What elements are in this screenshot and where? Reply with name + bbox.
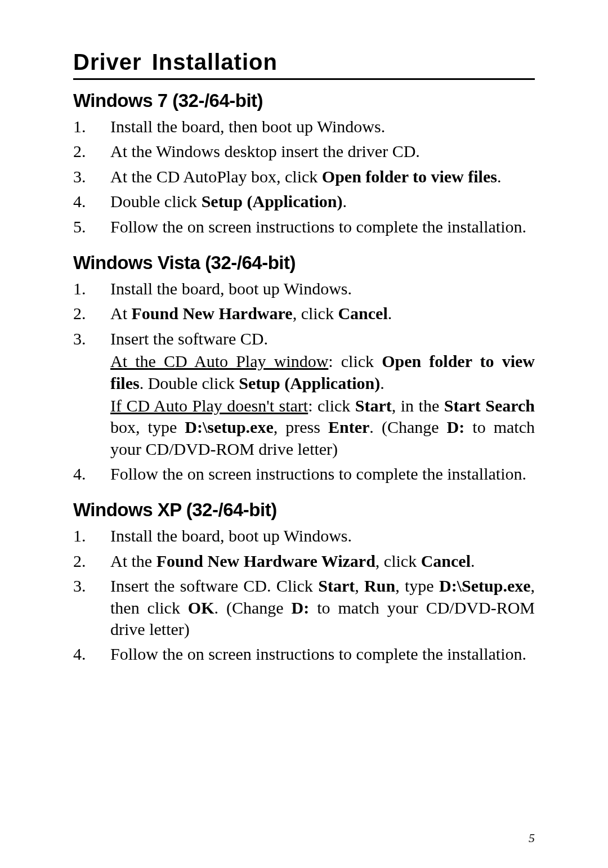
step-item: Double click Setup (Application). <box>73 191 535 212</box>
step-item: At Found New Hardware, click Cancel. <box>73 303 535 324</box>
document-page: Driver Installation Windows 7 (32-/64-bi… <box>0 0 608 868</box>
text-run: Start <box>355 396 392 415</box>
text-run: Follow the on screen instructions to com… <box>110 464 526 483</box>
text-run: D:\Setup.exe <box>439 576 530 595</box>
text-run: . <box>388 304 392 323</box>
text-run: , type <box>395 576 439 595</box>
text-run: At the <box>110 552 157 570</box>
text-run: D: <box>447 418 465 436</box>
text-run: Insert the software CD. <box>110 329 268 348</box>
text-run: Install the board, boot up Windows. <box>110 279 352 298</box>
text-run: D: <box>292 598 310 617</box>
step-list: Install the board, boot up Windows.At Fo… <box>73 278 535 485</box>
text-run: : click <box>308 396 355 415</box>
step-item: Follow the on screen instructions to com… <box>73 216 535 238</box>
text-run: . <box>380 374 385 392</box>
text-run: Open folder to view files <box>322 167 497 186</box>
text-run: At the CD Auto Play window <box>110 352 328 370</box>
text-run: If CD Auto Play doesn't start <box>110 396 308 415</box>
text-run: D:\setup.exe <box>185 418 273 436</box>
text-run: , click <box>375 552 421 570</box>
text-run: Start Search <box>444 396 535 415</box>
text-run: , press <box>274 418 328 436</box>
text-run: Enter <box>328 418 369 436</box>
text-run: Found New Hardware Wizard <box>157 552 375 570</box>
text-run: Start <box>318 576 355 595</box>
text-run: Insert the software CD. Click <box>110 576 318 595</box>
text-run: . <box>497 167 502 186</box>
text-run: Follow the on screen instructions to com… <box>110 217 526 236</box>
step-item: At the Found New Hardware Wizard, click … <box>73 551 535 572</box>
text-run: , click <box>293 304 338 323</box>
text-run: . <box>471 552 475 570</box>
text-run: Setup (Application) <box>239 374 380 392</box>
text-run: , <box>355 576 364 595</box>
step-item: Follow the on screen instructions to com… <box>73 463 535 485</box>
step-list: Install the board, then boot up Windows.… <box>73 116 535 238</box>
step-item: At the CD AutoPlay box, click Open folde… <box>73 166 535 187</box>
section-heading: Windows 7 (32-/64-bit) <box>73 90 535 111</box>
step-item: Install the board, then boot up Windows. <box>73 116 535 137</box>
text-run: Cancel <box>421 552 471 570</box>
step-item: Install the board, boot up Windows. <box>73 525 535 547</box>
text-run: Install the board, boot up Windows. <box>110 526 352 545</box>
text-run: At the CD AutoPlay box, click <box>110 167 322 186</box>
page-title: Driver Installation <box>73 50 535 80</box>
step-list: Install the board, boot up Windows.At th… <box>73 525 535 665</box>
text-run: Setup (Application) <box>202 192 343 211</box>
text-run: Install the board, then boot up Windows. <box>110 117 385 136</box>
text-run: At <box>110 304 132 323</box>
text-run: . (Change <box>214 598 292 617</box>
text-run: . (Change <box>369 418 446 436</box>
text-run: : click <box>328 352 382 370</box>
text-run: box, type <box>110 418 185 436</box>
text-run: OK <box>188 598 214 617</box>
text-run: At the Windows desktop insert the driver… <box>110 142 420 160</box>
step-item: Insert the software CD. Click Start, Run… <box>73 575 535 640</box>
text-run: . <box>343 192 347 211</box>
step-item: Insert the software CD.At the CD Auto Pl… <box>73 328 535 460</box>
section-heading: Windows XP (32-/64-bit) <box>73 499 535 521</box>
step-item: Install the board, boot up Windows. <box>73 278 535 299</box>
text-run: Follow the on screen instructions to com… <box>110 645 526 663</box>
text-run: Double click <box>110 192 202 211</box>
text-run: . Double click <box>140 374 239 392</box>
step-item: At the Windows desktop insert the driver… <box>73 141 535 162</box>
text-run: Cancel <box>338 304 387 323</box>
text-run: Found New Hardware <box>132 304 293 323</box>
text-run: , in the <box>392 396 444 415</box>
step-item: Follow the on screen instructions to com… <box>73 643 535 665</box>
page-number: 5 <box>529 831 535 845</box>
section-heading: Windows Vista (32-/64-bit) <box>73 252 535 274</box>
text-run: Run <box>364 576 395 595</box>
